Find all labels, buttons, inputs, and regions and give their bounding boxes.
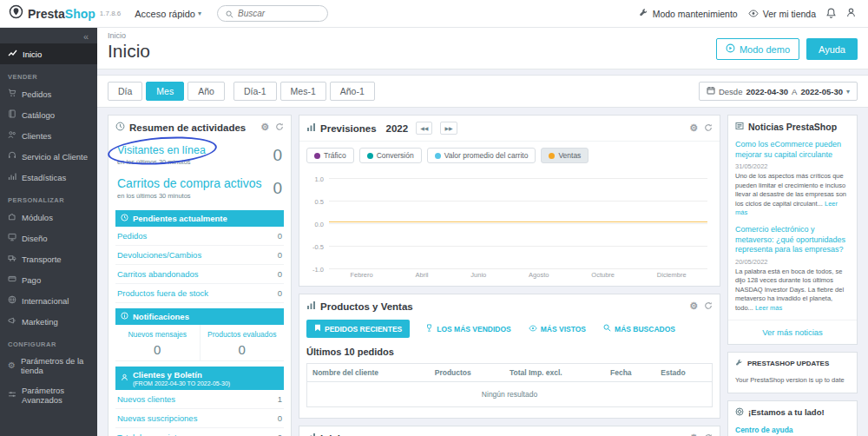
sidebar-item-inicio[interactable]: Inicio [0, 43, 97, 64]
forecast-legend: Tráfico Conversión Valor promedio del ca… [299, 141, 720, 169]
next-year-button[interactable]: ▶▶ [440, 122, 457, 135]
headset-icon [8, 151, 16, 162]
legend-conversion-button[interactable]: Conversión [359, 148, 422, 163]
sidebar-section-vender: VENDER [0, 64, 97, 83]
sidebar-item-catalogo[interactable]: Catálogo [0, 104, 97, 125]
sidebar-item-transporte[interactable]: Transporte [0, 248, 97, 269]
view-shop-button[interactable]: Ver mi tienda [748, 9, 816, 19]
search-input[interactable] [238, 9, 319, 18]
refresh-icon[interactable] [275, 122, 284, 133]
page-header: Inicio Inicio Modo demo Ayuda [97, 28, 868, 69]
help-button[interactable]: Ayuda [806, 38, 858, 60]
sidebar-section-configurar: CONFIGURAR [0, 332, 97, 351]
sidebar-item-parametros-avanzados[interactable]: Parámetros Avanzados [0, 380, 97, 410]
read-more-link[interactable]: Leer más [755, 304, 782, 312]
chevron-down-icon: ▾ [846, 88, 850, 96]
pending-row-fuera-stock[interactable]: Productos fuera de stock 0 [115, 284, 284, 303]
bar-chart-icon [306, 433, 316, 436]
account-menu-button[interactable] [846, 8, 856, 19]
cart-value-dot-icon [435, 153, 441, 159]
page-title: Inicio [108, 41, 150, 62]
sidebar-item-diseno[interactable]: Diseño [0, 228, 97, 248]
search-box[interactable] [217, 5, 328, 22]
sidebar-item-servicio-cliente[interactable]: Servicio al Cliente [0, 146, 97, 167]
info-icon [121, 312, 128, 321]
sidebar-item-internacional[interactable]: Internacional [0, 290, 97, 311]
activity-panel-title: Resumen de actividades [129, 122, 246, 133]
tab-mas-buscados[interactable]: MÁS BUSCADOS [602, 320, 677, 338]
pending-row-devoluciones[interactable]: Devoluciones/Cambios 0 [115, 246, 284, 265]
empty-row: Ningún resultado [307, 382, 713, 407]
gear-icon: ⚙ [8, 361, 16, 370]
total-subscribers-row[interactable]: Total de suscriptores 0 [115, 428, 284, 436]
new-messages-cell[interactable]: Nuevos mensajes 0 [115, 325, 201, 360]
sidebar-item-pedidos[interactable]: Pedidos [0, 83, 97, 104]
news-article-link[interactable]: Comercio electrónico y metaverso: ¿qué o… [735, 225, 850, 255]
prev-year-button[interactable]: ◀◀ [416, 122, 432, 135]
new-subscriptions-row[interactable]: Nuevas suscripciones 0 [115, 409, 284, 428]
legend-ventas-button[interactable]: Ventas [541, 148, 589, 163]
active-carts-label: Carritos de compra activos [117, 176, 262, 190]
range-dia-1-button[interactable]: Día-1 [233, 82, 277, 101]
person-icon [121, 373, 128, 383]
active-carts-metric[interactable]: Carritos de compra activos en los último… [115, 171, 284, 205]
range-ano-1-button[interactable]: Año-1 [330, 82, 375, 101]
sidebar-item-marketing[interactable]: Marketing [0, 311, 97, 332]
sidebar-item-clientes[interactable]: Clientes [0, 125, 97, 146]
gear-icon[interactable]: ⚙ [689, 301, 698, 311]
date-range-picker[interactable]: Desde 2022-04-30 A 2022-05-30 ▾ [699, 82, 858, 101]
conversion-dot-icon [367, 153, 373, 159]
sidebar-collapse-button[interactable]: « [0, 28, 97, 43]
pending-section-header: Pendientes actualmente [115, 210, 284, 227]
quick-access-menu[interactable]: Acceso rápido ▾ [135, 9, 201, 19]
sidebar-item-estadisticas[interactable]: Estadísticas [0, 167, 97, 188]
pending-row-carritos[interactable]: Carritos abandonados 0 [115, 265, 284, 284]
legend-valor-carrito-button[interactable]: Valor promedio del carrito [427, 148, 536, 163]
puzzle-icon [8, 212, 16, 222]
range-mes-button[interactable]: Mes [146, 82, 184, 101]
last-orders-subtitle: Últimos 10 pedidos [299, 343, 720, 359]
lifebuoy-icon [735, 407, 744, 418]
tab-mas-vistos[interactable]: MÁS VISTOS [527, 320, 588, 338]
stats-icon [8, 172, 16, 182]
sliders-icon [8, 390, 16, 400]
tab-mas-vendidos[interactable]: LOS MÁS VENDIDOS [424, 320, 512, 338]
refresh-icon[interactable] [704, 301, 713, 312]
sidebar-item-modulos[interactable]: Módulos [0, 207, 97, 228]
maintenance-mode-button[interactable]: Modo mantenimiento [639, 8, 738, 19]
legend-trafico-button[interactable]: Tráfico [306, 148, 354, 163]
news-article-link[interactable]: Como los eCommerce pueden mejorar su cap… [735, 140, 850, 160]
forecast-panel: Previsiones 2022 ◀◀ ▶▶ ⚙ Tráfico [299, 115, 720, 287]
pending-row-pedidos[interactable]: Pedidos 0 [115, 227, 284, 246]
wrench-icon [735, 359, 743, 368]
more-news-link[interactable]: Ver más noticias [728, 320, 857, 344]
notifications-bell-button[interactable] [826, 8, 836, 20]
sidebar: « Inicio VENDER Pedidos Catálogo Cliente… [0, 28, 97, 436]
refresh-icon[interactable] [704, 123, 713, 134]
range-mes-1-button[interactable]: Mes-1 [280, 82, 326, 101]
range-dia-button[interactable]: Día [108, 82, 142, 101]
gear-icon[interactable]: ⚙ [689, 123, 698, 133]
sidebar-item-parametros-tienda[interactable]: ⚙ Parámetros de la tienda [0, 351, 97, 380]
online-visitors-label: Visitantes en línea [117, 144, 206, 156]
breadcrumb: Inicio [108, 31, 150, 40]
gear-icon[interactable]: ⚙ [260, 122, 269, 132]
prestashop-logo[interactable]: PrestaShop 1.7.8.6 [0, 4, 121, 23]
sidebar-item-pago[interactable]: Pago [0, 269, 97, 290]
tab-pedidos-recientes[interactable]: PEDIDOS RECIENTES [306, 320, 410, 338]
globe-icon [8, 295, 16, 306]
dashboard-bottom-panel: Inicio ⚙ [299, 426, 720, 436]
eye-icon [748, 9, 759, 19]
forecast-x-axis: Febrero Abril Junio Agosto Octubre Dicie… [329, 271, 707, 279]
new-customers-row[interactable]: Nuevos clientes 1 [115, 390, 284, 409]
customers-section-header: Clientes y Boletín (FROM 2022-04-30 TO 2… [115, 367, 284, 390]
help-center-link[interactable]: Centro de ayuda [735, 426, 850, 436]
bell-icon [826, 8, 836, 20]
eye-icon [529, 325, 537, 334]
products-sales-panel: Productos y Ventas ⚙ PEDIDOS RECIENTES L… [299, 294, 720, 419]
demo-mode-button[interactable]: Modo demo [716, 38, 799, 60]
online-visitors-metric[interactable]: Visitantes en línea en los últimos 30 mi… [115, 139, 284, 171]
refresh-icon[interactable] [704, 433, 713, 436]
range-ano-button[interactable]: Año [187, 82, 225, 101]
reviewed-products-cell[interactable]: Productos evaluados 0 [201, 325, 285, 360]
